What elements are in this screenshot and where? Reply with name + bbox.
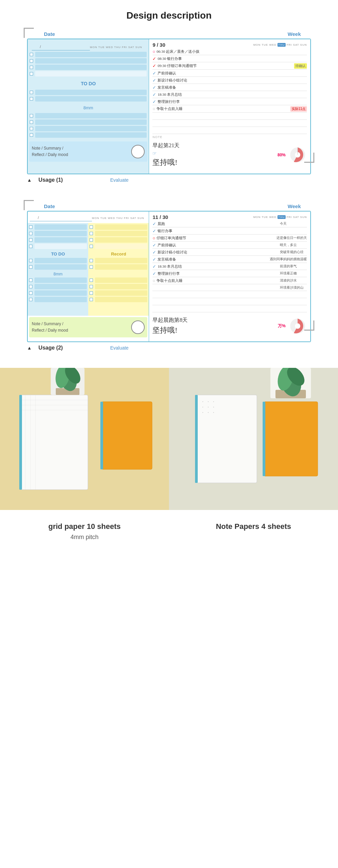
checkbox[interactable] [90,298,93,301]
checkbox[interactable] [29,279,32,282]
task-text: 争取十点前入睡 [156,106,289,111]
task-right-col: 晴天，多云 [280,243,307,247]
empty-row [152,299,307,305]
checkbox[interactable] [30,114,33,117]
task-item: ○ 06:30 起床／晨务／送小孩 [152,49,307,55]
notebook-spread-2: / MON TUE WED THU FRI SAT SUN TO DO 8mm [27,211,311,342]
task-tag-red: 实际11点 [290,106,307,112]
checkbox[interactable] [29,298,32,301]
row-line [35,52,147,57]
svg-point-4 [295,324,300,329]
mood-circle-2[interactable] [131,320,145,334]
task-text: 晨跑 [158,221,279,226]
checkbox[interactable] [29,291,32,295]
task-text: 产前排确认 [158,71,307,76]
checkbox[interactable] [90,225,93,229]
checkbox[interactable] [90,279,93,282]
checkbox[interactable] [30,127,33,130]
bottom-blue-rows-1 [28,112,149,140]
checkbox[interactable] [29,225,32,229]
bracket-top-left [24,28,34,38]
row-line [34,224,87,230]
checkbox[interactable] [30,133,33,137]
task-check: ✓ [152,56,156,61]
empty-row [152,292,307,298]
empty-row [152,306,307,312]
checkbox[interactable] [30,66,33,69]
usage-2-section: Date Week / MON TUE WED THU FRI SAT SUN [24,200,314,351]
checkbox[interactable] [30,53,33,56]
row-line [35,71,147,76]
task-check: ○ [152,236,155,241]
date-label-1: Date [44,31,55,37]
task-text: 发言稿准备 [158,85,307,90]
svg-point-30 [208,412,209,413]
checkbox[interactable] [29,259,32,262]
row-line [34,297,87,302]
checkbox[interactable] [90,291,93,295]
task-item: ✓ 18:30 本月总结 前凛的寒气 [152,264,307,270]
task-item: ✓ 18:30 本月总结 [152,92,307,98]
task-item: ✓ 晨跑 今天 [152,221,307,227]
task-right-col: 前凛的寒气 [280,264,307,269]
task-text: 18:30 本月总结 [158,264,279,269]
checkbox[interactable] [90,259,93,262]
task-item: ✓ 银行办事 [152,228,307,235]
right-page-2: 11 / 30 MON TUE WED THU FRI SAT SUN ✓ 晨跑… [149,212,310,341]
checkbox[interactable] [29,238,32,242]
task-text: 新设计稿小组讨论 [158,250,279,255]
checkbox[interactable] [30,120,33,124]
checkbox[interactable] [30,72,33,75]
task-check: ✓ [152,63,156,68]
triangle-icon-2: ▲ [27,345,32,351]
checkbox[interactable] [90,285,93,288]
mood-circle-1[interactable] [131,145,145,158]
split-row: TO DO 8mm Record [28,223,149,316]
row-line [34,284,87,289]
row-line [35,132,147,138]
note-section-2: Note / Summary /Reflect / Daily mood [29,317,147,337]
task-text: 争取十点前入睡 [156,278,279,283]
checkbox[interactable] [29,232,32,235]
week-label-1: Week [288,31,301,37]
task-check: ✓ [152,271,156,276]
photos-labels-row: grid paper 10 sheets 4mm pitch Note Pape… [0,510,338,550]
photo-left-sublabel: 4mm pitch [20,534,149,544]
task-text: 发言稿准备 [158,257,268,262]
checkbox[interactable] [29,285,32,288]
checkbox[interactable] [30,91,33,94]
date-week-row-1: Date Week [24,28,314,39]
task-right-col: 突破常规的心径 [280,250,307,254]
photo-left [0,368,169,510]
svg-rect-38 [264,402,318,476]
checkbox[interactable] [90,245,93,248]
task-item: ✓ 产前排确认 [152,71,307,77]
notes-label: NOTE [152,135,307,139]
checkbox[interactable] [90,238,93,242]
row-line [35,58,147,64]
checkbox[interactable] [90,232,93,235]
task-item: ✓ 产前排确认 晴天，多云 [152,243,307,249]
task-text: 09:30 仔细订单沟通细节 [158,63,293,68]
task-check: ✓ [152,228,156,233]
svg-point-31 [213,412,214,413]
task-check: ✓ [152,78,156,83]
svg-point-23 [202,401,203,402]
checkbox[interactable] [90,265,93,269]
split-yellow: Record [88,223,149,316]
date-label-2: Date [44,203,55,209]
checkbox[interactable] [29,265,32,269]
task-check: ○ [152,278,155,283]
note-section-1: Note / Summary /Reflect / Daily mood [29,141,147,162]
task-row-left [30,71,147,76]
task-item: ✓ 新设计稿小组讨论 突破常规的心径 [152,250,307,256]
svg-point-28 [213,407,214,407]
checkbox[interactable] [30,97,33,101]
checkbox[interactable] [30,59,33,63]
date-week-row-2: Date Week [24,200,314,211]
checkbox[interactable] [29,245,32,248]
task-check: ✓ [152,243,156,248]
triangle-icon-1: ▲ [27,177,32,183]
task-text: 整理旅行行李 [158,99,307,104]
task-right-col: 环境看沙漠的山 [280,285,307,290]
